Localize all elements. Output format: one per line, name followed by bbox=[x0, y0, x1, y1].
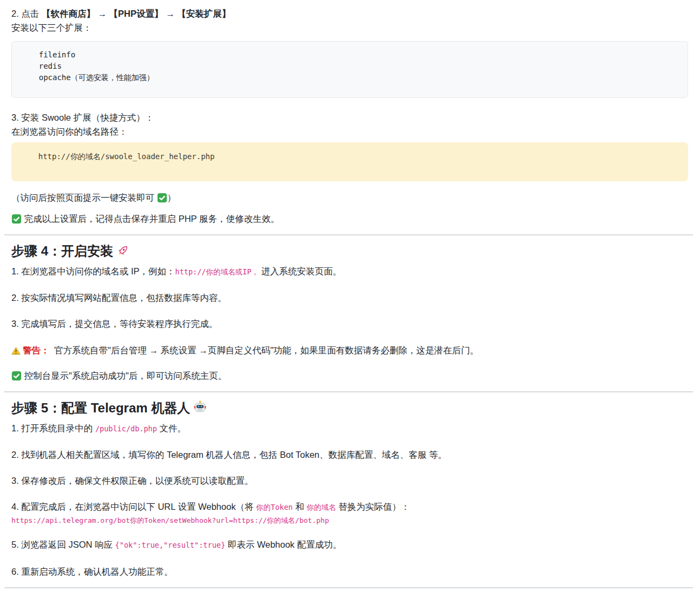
swoole-paragraph: 3. 安装 Swoole 扩展（快捷方式）： 在浏览器访问你的域名路径： bbox=[11, 110, 688, 139]
inline-code-your-domain: 你的域名 bbox=[306, 503, 336, 511]
inline-code-json-response: {"ok":true,"result":true} bbox=[115, 541, 225, 549]
section-divider bbox=[4, 391, 693, 392]
section-divider bbox=[4, 587, 693, 588]
step4-heading-text: 步骤 4：开启安装 bbox=[11, 244, 113, 258]
warning-text: 官方系统自带"后台管理 → 系统设置 →页脚自定义代码"功能，如果里面有数据请务… bbox=[52, 345, 479, 355]
text-run: 和 bbox=[293, 502, 307, 511]
install-extensions-line: 安装以下三个扩展： bbox=[11, 21, 688, 35]
console-success-paragraph: 控制台显示"系统启动成功"后，即可访问系统主页。 bbox=[11, 369, 688, 383]
text-run: 4. 配置完成后，在浏览器中访问以下 URL 设置 Webhook（将 bbox=[11, 502, 256, 511]
step5-item-6: 6. 重新启动系统，确认机器人功能正常。 bbox=[11, 564, 688, 579]
bold-run-php-settings: 【PHP设置】 bbox=[109, 9, 163, 18]
step5-item-1: 1. 打开系统目录中的 /public/db.php 文件。 bbox=[11, 421, 688, 436]
step5-item-3: 3. 保存修改后，确保文件权限正确，以便系统可以读取配置。 bbox=[11, 474, 688, 488]
text-run: 2. 点击 bbox=[11, 9, 42, 18]
console-success-text: 控制台显示"系统启动成功"后，即可访问系统主页。 bbox=[24, 371, 227, 380]
warning-label: 警告： bbox=[23, 345, 50, 355]
markdown-document: 2. 点击 【软件商店】 → 【PHP设置】 → 【安装扩展】 安装以下三个扩展… bbox=[0, 0, 700, 591]
visit-domain-line: 在浏览器访问你的域名路径： bbox=[11, 124, 688, 139]
text-run: 进入系统安装页面。 bbox=[259, 266, 342, 276]
arrow-run: → bbox=[163, 9, 178, 18]
text-run: 替换为实际值）： bbox=[336, 502, 410, 511]
arrow-run: → bbox=[95, 9, 109, 18]
inline-code-your-token: 你的Token bbox=[256, 503, 293, 511]
section-divider bbox=[4, 234, 693, 235]
text-run: 1. 打开系统目录中的 bbox=[11, 423, 95, 433]
step4-item-1: 1. 在浏览器中访问你的域名或 IP，例如：http://你的域名或IP， 进入… bbox=[11, 264, 688, 279]
text-run: 1. 在浏览器中访问你的域名或 IP，例如： bbox=[11, 266, 175, 276]
click-path-line: 2. 点击 【软件商店】 → 【PHP设置】 → 【安装扩展】 bbox=[11, 6, 688, 21]
code-line: http://你的域名/swoole_loader_helper.php bbox=[20, 151, 679, 162]
text-run: 文件。 bbox=[157, 423, 186, 433]
warning-paragraph: 警告： 官方系统自带"后台管理 → 系统设置 →页脚自定义代码"功能，如果里面有… bbox=[11, 343, 688, 357]
swoole-helper-url-block: http://你的域名/swoole_loader_helper.php bbox=[11, 142, 688, 181]
step5-item-4: 4. 配置完成后，在浏览器中访问以下 URL 设置 Webhook（将 你的To… bbox=[11, 500, 688, 527]
hint-text: （访问后按照页面提示一键安装即可 bbox=[11, 193, 157, 202]
code-line: opcache（可选安装，性能加强） bbox=[21, 72, 679, 83]
swoole-line: 3. 安装 Swoole 扩展（快捷方式）： bbox=[11, 110, 688, 124]
restart-php-text: 完成以上设置后，记得点击保存并重启 PHP 服务，使修改生效。 bbox=[24, 214, 280, 224]
webhook-instruction-line: 4. 配置完成后，在浏览器中访问以下 URL 设置 Webhook（将 你的To… bbox=[11, 500, 688, 514]
step3-click-path-paragraph: 2. 点击 【软件商店】 → 【PHP设置】 → 【安装扩展】 安装以下三个扩展… bbox=[11, 6, 688, 35]
check-icon bbox=[11, 214, 22, 224]
restart-php-paragraph: 完成以上设置后，记得点击保存并重启 PHP 服务，使修改生效。 bbox=[11, 212, 688, 226]
step5-heading-text: 步骤 5：配置 Telegram 机器人 bbox=[11, 400, 190, 415]
step5-item-2: 2. 找到机器人相关配置区域，填写你的 Telegram 机器人信息，包括 Bo… bbox=[11, 448, 688, 462]
rocket-icon bbox=[116, 244, 129, 257]
inline-code-domain-or-ip: http://你的域名或IP， bbox=[175, 267, 259, 276]
step4-item-2: 2. 按实际情况填写网站配置信息，包括数据库等内容。 bbox=[11, 291, 688, 305]
hint-paragraph: （访问后按照页面提示一键安装即可 ） bbox=[11, 191, 688, 205]
step4-heading: 步骤 4：开启安装 bbox=[11, 243, 688, 259]
code-line: fileinfo bbox=[21, 49, 679, 61]
code-line: redis bbox=[21, 61, 679, 72]
inline-code-db-php: /public/db.php bbox=[95, 424, 157, 433]
webhook-url: https://api.telegram.org/bot你的Token/setW… bbox=[11, 514, 688, 527]
step4-item-3: 3. 完成填写后，提交信息，等待安装程序执行完成。 bbox=[11, 317, 688, 331]
text-run: 即表示 Webhook 配置成功。 bbox=[225, 540, 342, 549]
text-run: 5. 浏览器返回 JSON 响应 bbox=[11, 540, 115, 549]
step5-item-5: 5. 浏览器返回 JSON 响应 {"ok":true,"result":tru… bbox=[11, 537, 688, 552]
robot-icon bbox=[193, 400, 207, 414]
bold-run-software-store: 【软件商店】 bbox=[42, 9, 95, 18]
check-icon bbox=[11, 371, 22, 381]
hint-suffix: ） bbox=[167, 193, 176, 202]
bold-run-install-extensions: 【安装扩展】 bbox=[177, 9, 231, 18]
step5-heading: 步骤 5：配置 Telegram 机器人 bbox=[11, 400, 688, 416]
extensions-code-block: fileinfo redis opcache（可选安装，性能加强） bbox=[11, 41, 688, 98]
check-icon bbox=[157, 193, 167, 203]
warning-icon bbox=[11, 346, 21, 356]
